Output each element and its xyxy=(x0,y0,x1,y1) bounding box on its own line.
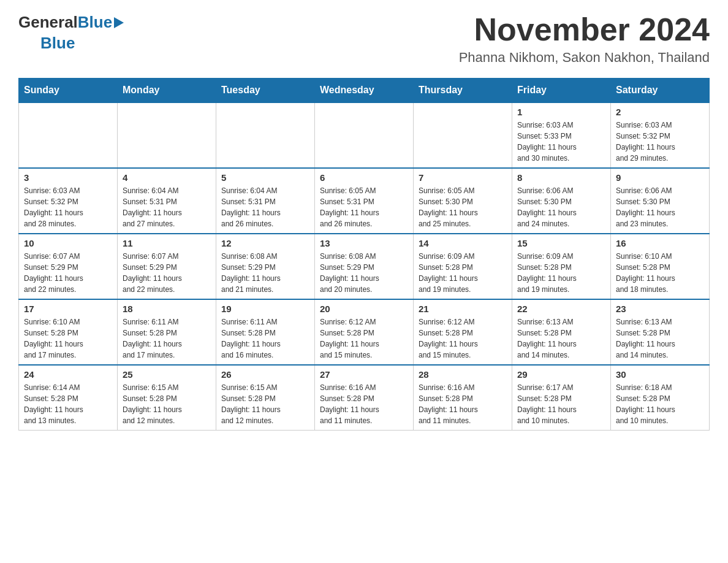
day-info: Sunrise: 6:15 AMSunset: 5:28 PMDaylight:… xyxy=(123,382,211,426)
day-info: Sunrise: 6:03 AMSunset: 5:32 PMDaylight:… xyxy=(616,120,704,164)
day-info: Sunrise: 6:13 AMSunset: 5:28 PMDaylight:… xyxy=(517,316,605,361)
title-section: November 2024 Phanna Nikhom, Sakon Nakho… xyxy=(459,12,710,66)
calendar-cell xyxy=(216,102,315,168)
calendar-cell: 28Sunrise: 6:16 AMSunset: 5:28 PMDayligh… xyxy=(414,365,512,431)
weekday-header-monday: Monday xyxy=(118,79,216,103)
calendar-cell: 25Sunrise: 6:15 AMSunset: 5:28 PMDayligh… xyxy=(118,365,216,431)
day-number: 29 xyxy=(517,369,605,380)
calendar-cell: 26Sunrise: 6:15 AMSunset: 5:28 PMDayligh… xyxy=(216,365,315,431)
calendar-cell: 18Sunrise: 6:11 AMSunset: 5:28 PMDayligh… xyxy=(118,299,216,365)
day-info: Sunrise: 6:10 AMSunset: 5:28 PMDaylight:… xyxy=(24,316,112,361)
day-number: 5 xyxy=(221,172,309,183)
logo-blue-text: B xyxy=(78,13,89,32)
day-info: Sunrise: 6:14 AMSunset: 5:28 PMDaylight:… xyxy=(24,382,112,426)
day-number: 7 xyxy=(419,172,507,183)
day-number: 20 xyxy=(320,304,408,314)
day-info: Sunrise: 6:16 AMSunset: 5:28 PMDaylight:… xyxy=(419,382,507,426)
calendar-cell: 30Sunrise: 6:18 AMSunset: 5:28 PMDayligh… xyxy=(611,365,710,431)
logo: General B lue Blue xyxy=(18,12,124,53)
day-info: Sunrise: 6:05 AMSunset: 5:30 PMDaylight:… xyxy=(419,185,507,229)
logo-triangle-icon xyxy=(114,13,124,33)
logo-blue-label: Blue xyxy=(40,34,75,52)
calendar-cell: 5Sunrise: 6:04 AMSunset: 5:31 PMDaylight… xyxy=(216,168,315,234)
calendar-cell: 6Sunrise: 6:05 AMSunset: 5:31 PMDaylight… xyxy=(315,168,414,234)
day-info: Sunrise: 6:16 AMSunset: 5:28 PMDaylight:… xyxy=(320,382,408,426)
day-info: Sunrise: 6:03 AMSunset: 5:32 PMDaylight:… xyxy=(24,185,112,229)
day-number: 18 xyxy=(123,304,211,314)
calendar-week-row: 17Sunrise: 6:10 AMSunset: 5:28 PMDayligh… xyxy=(19,299,710,365)
calendar-cell: 13Sunrise: 6:08 AMSunset: 5:29 PMDayligh… xyxy=(315,234,414,299)
day-info: Sunrise: 6:13 AMSunset: 5:28 PMDaylight:… xyxy=(616,316,704,361)
calendar-cell: 15Sunrise: 6:09 AMSunset: 5:28 PMDayligh… xyxy=(512,234,611,299)
calendar-cell xyxy=(414,102,512,168)
day-info: Sunrise: 6:11 AMSunset: 5:28 PMDaylight:… xyxy=(123,316,211,361)
weekday-header-wednesday: Wednesday xyxy=(315,79,414,103)
calendar-cell: 23Sunrise: 6:13 AMSunset: 5:28 PMDayligh… xyxy=(611,299,710,365)
calendar-week-row: 24Sunrise: 6:14 AMSunset: 5:28 PMDayligh… xyxy=(19,365,710,431)
day-info: Sunrise: 6:07 AMSunset: 5:29 PMDaylight:… xyxy=(123,251,211,295)
calendar-cell: 20Sunrise: 6:12 AMSunset: 5:28 PMDayligh… xyxy=(315,299,414,365)
calendar-cell xyxy=(118,102,216,168)
day-number: 16 xyxy=(616,238,704,248)
day-number: 17 xyxy=(24,304,112,314)
day-number: 15 xyxy=(517,238,605,248)
calendar-cell: 2Sunrise: 6:03 AMSunset: 5:32 PMDaylight… xyxy=(611,102,710,168)
day-info: Sunrise: 6:10 AMSunset: 5:28 PMDaylight:… xyxy=(616,251,704,295)
day-info: Sunrise: 6:11 AMSunset: 5:28 PMDaylight:… xyxy=(221,316,309,361)
weekday-header-row: SundayMondayTuesdayWednesdayThursdayFrid… xyxy=(19,79,710,103)
day-info: Sunrise: 6:06 AMSunset: 5:30 PMDaylight:… xyxy=(517,185,605,229)
weekday-header-friday: Friday xyxy=(512,79,611,103)
day-info: Sunrise: 6:09 AMSunset: 5:28 PMDaylight:… xyxy=(419,251,507,295)
day-info: Sunrise: 6:03 AMSunset: 5:33 PMDaylight:… xyxy=(517,120,605,164)
day-number: 9 xyxy=(616,172,704,183)
day-number: 23 xyxy=(616,304,704,314)
day-number: 21 xyxy=(419,304,507,314)
day-number: 27 xyxy=(320,369,408,380)
location-title: Phanna Nikhom, Sakon Nakhon, Thailand xyxy=(459,50,710,66)
day-info: Sunrise: 6:08 AMSunset: 5:29 PMDaylight:… xyxy=(320,251,408,295)
calendar-cell: 29Sunrise: 6:17 AMSunset: 5:28 PMDayligh… xyxy=(512,365,611,431)
day-number: 8 xyxy=(517,172,605,183)
day-info: Sunrise: 6:05 AMSunset: 5:31 PMDaylight:… xyxy=(320,185,408,229)
calendar-cell: 10Sunrise: 6:07 AMSunset: 5:29 PMDayligh… xyxy=(19,234,118,299)
day-info: Sunrise: 6:18 AMSunset: 5:28 PMDaylight:… xyxy=(616,382,704,426)
day-number: 10 xyxy=(24,238,112,248)
calendar-cell: 4Sunrise: 6:04 AMSunset: 5:31 PMDaylight… xyxy=(118,168,216,234)
day-info: Sunrise: 6:12 AMSunset: 5:28 PMDaylight:… xyxy=(419,316,507,361)
calendar-cell: 14Sunrise: 6:09 AMSunset: 5:28 PMDayligh… xyxy=(414,234,512,299)
day-number: 26 xyxy=(221,369,309,380)
day-info: Sunrise: 6:17 AMSunset: 5:28 PMDaylight:… xyxy=(517,382,605,426)
calendar-table: SundayMondayTuesdayWednesdayThursdayFrid… xyxy=(18,78,710,431)
day-info: Sunrise: 6:12 AMSunset: 5:28 PMDaylight:… xyxy=(320,316,408,361)
svg-marker-0 xyxy=(114,17,124,28)
day-number: 11 xyxy=(123,238,211,248)
day-number: 14 xyxy=(419,238,507,248)
calendar-cell: 7Sunrise: 6:05 AMSunset: 5:30 PMDaylight… xyxy=(414,168,512,234)
calendar-cell xyxy=(19,102,118,168)
weekday-header-thursday: Thursday xyxy=(414,79,512,103)
day-info: Sunrise: 6:15 AMSunset: 5:28 PMDaylight:… xyxy=(221,382,309,426)
calendar-cell: 1Sunrise: 6:03 AMSunset: 5:33 PMDaylight… xyxy=(512,102,611,168)
calendar-cell: 3Sunrise: 6:03 AMSunset: 5:32 PMDaylight… xyxy=(19,168,118,234)
logo-blue-rest: lue xyxy=(89,13,113,32)
day-number: 2 xyxy=(616,107,704,117)
calendar-cell: 27Sunrise: 6:16 AMSunset: 5:28 PMDayligh… xyxy=(315,365,414,431)
day-number: 1 xyxy=(517,107,605,117)
month-title: November 2024 xyxy=(459,12,710,47)
day-number: 12 xyxy=(221,238,309,248)
weekday-header-tuesday: Tuesday xyxy=(216,79,315,103)
day-info: Sunrise: 6:04 AMSunset: 5:31 PMDaylight:… xyxy=(123,185,211,229)
day-number: 30 xyxy=(616,369,704,380)
calendar-week-row: 3Sunrise: 6:03 AMSunset: 5:32 PMDaylight… xyxy=(19,168,710,234)
calendar-cell: 21Sunrise: 6:12 AMSunset: 5:28 PMDayligh… xyxy=(414,299,512,365)
weekday-header-sunday: Sunday xyxy=(19,79,118,103)
calendar-cell xyxy=(315,102,414,168)
calendar-cell: 19Sunrise: 6:11 AMSunset: 5:28 PMDayligh… xyxy=(216,299,315,365)
calendar-cell: 9Sunrise: 6:06 AMSunset: 5:30 PMDaylight… xyxy=(611,168,710,234)
calendar-cell: 12Sunrise: 6:08 AMSunset: 5:29 PMDayligh… xyxy=(216,234,315,299)
calendar-cell: 17Sunrise: 6:10 AMSunset: 5:28 PMDayligh… xyxy=(19,299,118,365)
day-number: 13 xyxy=(320,238,408,248)
day-number: 6 xyxy=(320,172,408,183)
day-info: Sunrise: 6:07 AMSunset: 5:29 PMDaylight:… xyxy=(24,251,112,295)
day-number: 4 xyxy=(123,172,211,183)
